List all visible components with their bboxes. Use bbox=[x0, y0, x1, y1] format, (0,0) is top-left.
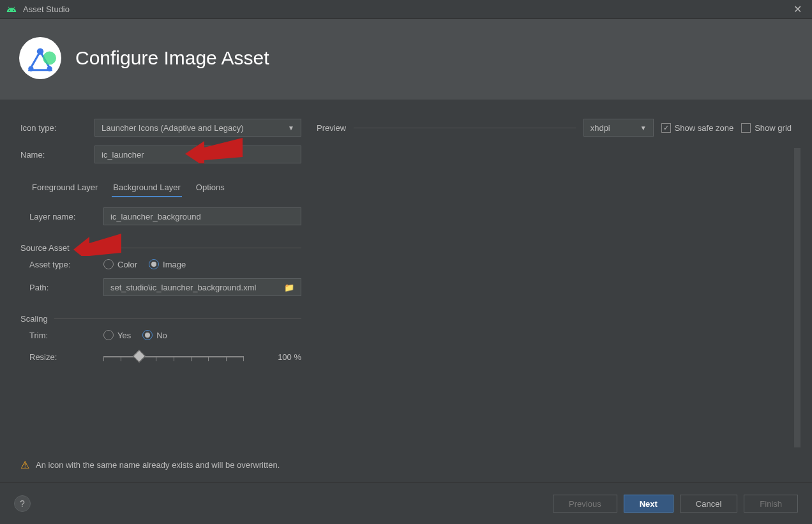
icon-type-label: Icon type: bbox=[20, 123, 94, 133]
layer-tabs: Foreground Layer Background Layer Option… bbox=[20, 179, 301, 197]
icon-type-dropdown[interactable]: Launcher Icons (Adaptive and Legacy) ▼ bbox=[94, 119, 301, 137]
resize-label: Resize: bbox=[20, 352, 103, 362]
radio-image[interactable]: Image bbox=[149, 259, 186, 269]
asset-studio-logo-icon bbox=[19, 37, 61, 79]
density-value: xhdpi bbox=[590, 123, 610, 133]
trim-radio-group: Yes No bbox=[103, 330, 167, 340]
density-dropdown[interactable]: xhdpi ▼ bbox=[583, 119, 654, 137]
preview-label: Preview bbox=[317, 123, 346, 133]
layer-name-label: Layer name: bbox=[20, 212, 103, 221]
layer-name-input[interactable] bbox=[103, 207, 301, 225]
path-label: Path: bbox=[20, 283, 103, 292]
tab-options[interactable]: Options bbox=[195, 179, 226, 197]
radio-trim-yes[interactable]: Yes bbox=[103, 330, 131, 340]
chevron-down-icon: ▼ bbox=[640, 124, 647, 131]
cancel-button[interactable]: Cancel bbox=[680, 495, 737, 513]
dialog-footer: ? Previous Next Cancel Finish bbox=[0, 483, 812, 524]
close-icon[interactable]: ✕ bbox=[790, 3, 806, 15]
page-banner: Configure Image Asset bbox=[0, 19, 812, 100]
chevron-down-icon: ▼ bbox=[288, 124, 294, 131]
tab-background-layer[interactable]: Background Layer bbox=[112, 179, 182, 197]
svg-point-3 bbox=[43, 52, 56, 65]
android-icon bbox=[6, 4, 17, 15]
config-panel: Icon type: Launcher Icons (Adaptive and … bbox=[20, 119, 301, 447]
name-input[interactable] bbox=[94, 146, 301, 163]
warning-message: ⚠ An icon with the same name already exi… bbox=[0, 447, 812, 483]
help-button[interactable]: ? bbox=[14, 495, 31, 512]
resize-slider[interactable] bbox=[103, 349, 244, 364]
source-asset-section: Source Asset bbox=[20, 243, 301, 253]
folder-icon[interactable]: 📁 bbox=[284, 283, 294, 292]
asset-studio-window: Asset Studio ✕ Configure Image Asset Ico… bbox=[0, 0, 812, 524]
next-button[interactable]: Next bbox=[624, 495, 673, 513]
svg-point-2 bbox=[47, 66, 52, 71]
previous-button[interactable]: Previous bbox=[553, 495, 617, 513]
page-title: Configure Image Asset bbox=[75, 47, 269, 69]
trim-label: Trim: bbox=[20, 331, 103, 340]
window-title: Asset Studio bbox=[23, 4, 790, 14]
svg-point-1 bbox=[28, 66, 33, 71]
checkbox-show-grid[interactable]: Show grid bbox=[741, 123, 792, 133]
radio-color[interactable]: Color bbox=[103, 259, 137, 269]
preview-panel: Preview xhdpi ▼ ✓ Show safe zone Show gr… bbox=[317, 119, 792, 447]
radio-trim-no[interactable]: No bbox=[142, 330, 167, 340]
preview-scrollbar[interactable] bbox=[794, 148, 801, 447]
warning-icon: ⚠ bbox=[20, 459, 29, 471]
tab-foreground-layer[interactable]: Foreground Layer bbox=[31, 179, 99, 197]
finish-button[interactable]: Finish bbox=[744, 495, 798, 513]
asset-type-label: Asset type: bbox=[20, 260, 103, 269]
content-area: Icon type: Launcher Icons (Adaptive and … bbox=[0, 100, 812, 447]
scaling-section: Scaling bbox=[20, 314, 301, 324]
name-label: Name: bbox=[20, 150, 94, 160]
title-bar: Asset Studio ✕ bbox=[0, 0, 812, 19]
checkbox-show-safe-zone[interactable]: ✓ Show safe zone bbox=[661, 123, 734, 133]
icon-type-value: Launcher Icons (Adaptive and Legacy) bbox=[102, 123, 244, 133]
resize-value: 100 % bbox=[278, 352, 301, 362]
asset-type-radio-group: Color Image bbox=[103, 259, 186, 269]
path-input[interactable]: set_studio\ic_launcher_background.xml 📁 bbox=[103, 278, 301, 296]
